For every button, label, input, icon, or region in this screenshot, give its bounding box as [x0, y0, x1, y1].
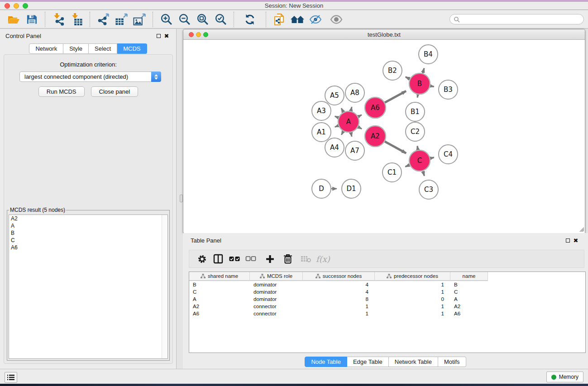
node-C3[interactable]: C3 [419, 180, 438, 199]
node-A2[interactable]: A2 [365, 126, 386, 147]
panel-splitter-handle[interactable] [180, 195, 183, 202]
edge-A2-C[interactable] [385, 142, 406, 153]
table-row[interactable]: Adominator80A [189, 295, 585, 303]
delete-icon[interactable] [280, 251, 296, 267]
new-network-from-selection-icon[interactable] [271, 12, 287, 27]
zoom-selected-icon[interactable] [212, 12, 229, 27]
table-cell[interactable]: B [189, 281, 250, 288]
edge-C-C2[interactable] [417, 146, 418, 150]
node-C2[interactable]: C2 [406, 122, 425, 141]
table-cell[interactable]: 1 [375, 281, 450, 288]
table-cell[interactable]: A2 [450, 303, 488, 310]
export-network-icon[interactable] [95, 12, 111, 27]
column-header-predecessor-nodes[interactable]: predecessor nodes [375, 272, 450, 281]
network-window-titlebar[interactable]: testGlobe.txt [183, 29, 585, 40]
tab-mcds[interactable]: MCDS [117, 43, 147, 54]
mcds-result-item[interactable]: A [9, 222, 167, 229]
export-image-icon[interactable] [131, 12, 148, 27]
export-table-icon[interactable] [113, 12, 129, 27]
float-table-panel-icon[interactable] [564, 238, 572, 243]
home-icon[interactable] [289, 12, 306, 27]
table-row[interactable]: A6connector11A6 [189, 310, 585, 317]
table-cell[interactable]: dominator [250, 288, 303, 295]
column-header-successor-nodes[interactable]: successor nodes [303, 272, 375, 281]
table-cell[interactable]: A [450, 295, 488, 303]
tab-select[interactable]: Select [89, 43, 117, 54]
refresh-icon[interactable] [242, 12, 258, 27]
table-cell[interactable]: 4 [303, 281, 375, 288]
table-cell[interactable]: connector [250, 303, 303, 310]
edge-C-C4[interactable] [430, 157, 434, 158]
table-cell[interactable]: 1 [303, 303, 375, 310]
hide-selected-icon[interactable] [307, 12, 324, 27]
edge-A-A5[interactable] [341, 108, 344, 112]
tab-network-table[interactable]: Network Table [389, 357, 438, 367]
node-A4[interactable]: A4 [325, 138, 344, 157]
edge-A-A3[interactable] [335, 116, 339, 118]
tab-network[interactable]: Network [29, 43, 63, 54]
table-cell[interactable]: dominator [250, 281, 303, 288]
node-A6[interactable]: A6 [365, 97, 386, 118]
mcds-result-item[interactable]: A2 [9, 215, 167, 222]
node-C[interactable]: C [409, 150, 430, 171]
node-B2[interactable]: B2 [383, 61, 402, 80]
table-cell[interactable]: C [450, 288, 488, 295]
table-cell[interactable]: A2 [189, 303, 250, 310]
task-history-button[interactable] [5, 372, 17, 383]
column-header-name[interactable]: name [450, 272, 488, 281]
add-column-icon[interactable] [262, 251, 278, 267]
mcds-result-list[interactable]: A2ABCA6 [9, 214, 168, 359]
node-C4[interactable]: C4 [439, 145, 458, 164]
node-B3[interactable]: B3 [439, 80, 458, 99]
select-all-icon[interactable] [226, 251, 243, 267]
column-header-shared-name[interactable]: shared name [189, 272, 250, 281]
table-cell[interactable]: 1 [375, 288, 450, 295]
table-cell[interactable]: A6 [189, 310, 250, 317]
close-panel-button[interactable]: Close panel [91, 86, 139, 97]
table-cell[interactable]: 4 [303, 288, 375, 295]
search-input[interactable] [462, 16, 580, 23]
mcds-result-item[interactable]: B [9, 229, 167, 237]
zoom-out-icon[interactable] [176, 12, 192, 27]
table-row[interactable]: Cdominator41C [189, 288, 585, 295]
import-network-icon[interactable] [50, 12, 67, 27]
table-cell[interactable]: 0 [375, 295, 450, 303]
open-session-icon[interactable] [5, 12, 22, 27]
show-all-icon[interactable] [328, 12, 344, 27]
gear-icon[interactable] [194, 251, 210, 267]
search-field[interactable] [449, 14, 584, 24]
node-D1[interactable]: D1 [342, 179, 361, 198]
edge-A-A2[interactable] [358, 127, 362, 129]
table-cell[interactable]: 1 [375, 310, 450, 317]
edge-B-B4[interactable] [423, 68, 424, 73]
edge-C-C1[interactable] [405, 165, 409, 167]
table-cell[interactable]: A [189, 295, 250, 303]
zoom-fit-icon[interactable] [194, 12, 210, 27]
table-cell[interactable]: 8 [303, 295, 375, 303]
network-canvas[interactable]: AA1A2A3A4A5A6A7A8BB1B2B3B4CC1C2C3C4DD1 [184, 40, 585, 233]
node-A1[interactable]: A1 [312, 123, 331, 142]
edge-A-A4[interactable] [341, 131, 343, 135]
table-row[interactable]: Bdominator41B [189, 281, 585, 288]
tab-motifs[interactable]: Motifs [438, 357, 466, 367]
edge-B-B3[interactable] [430, 86, 434, 87]
node-A5[interactable]: A5 [325, 86, 344, 105]
mcds-result-item[interactable]: C [9, 237, 167, 244]
table-row[interactable]: A2connector11A2 [189, 303, 585, 310]
table-cell[interactable]: 1 [375, 303, 450, 310]
edge-A-A7[interactable] [351, 132, 352, 136]
edge-B-B1[interactable] [417, 95, 418, 98]
save-session-icon[interactable] [24, 12, 40, 27]
edge-A-A6[interactable] [358, 115, 362, 117]
edge-C-C3[interactable] [423, 171, 424, 176]
window-resize-grip[interactable] [578, 225, 584, 232]
table-cell[interactable]: dominator [250, 295, 303, 303]
tab-node-table[interactable]: Node Table [305, 357, 347, 367]
import-table-icon[interactable] [68, 12, 85, 27]
node-A7[interactable]: A7 [345, 141, 364, 160]
edge-A-A8[interactable] [351, 107, 352, 111]
memory-button[interactable]: Memory [546, 372, 583, 382]
mcds-result-item[interactable]: A6 [9, 244, 167, 251]
table-cell[interactable]: A6 [450, 310, 488, 317]
tab-edge-table[interactable]: Edge Table [347, 357, 389, 367]
